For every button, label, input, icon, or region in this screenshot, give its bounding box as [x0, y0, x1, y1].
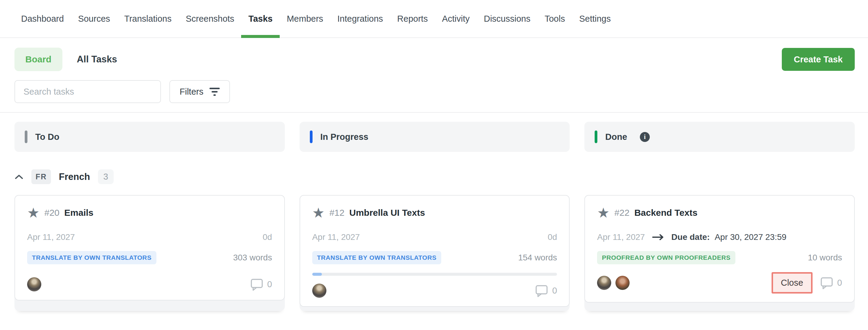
- language-group-name: French: [59, 172, 90, 182]
- start-date: Apr 11, 2027: [27, 232, 75, 242]
- assignee-avatars: [27, 277, 41, 292]
- badge-row: TRANSLATE BY OWN TRANSLATORS 303 words: [27, 251, 272, 264]
- nav-item-dashboard[interactable]: Dashboard: [21, 0, 64, 37]
- favorite-star-icon[interactable]: ★: [27, 206, 39, 220]
- task-id: #12: [330, 208, 344, 218]
- in-progress-status-pill: [310, 130, 313, 143]
- favorite-star-icon[interactable]: ★: [597, 206, 610, 220]
- column-label: Done: [605, 132, 627, 142]
- comments-control[interactable]: 0: [250, 278, 272, 291]
- chevron-up-icon: [14, 174, 24, 180]
- done-status-pill: [595, 130, 597, 143]
- avatar: [312, 283, 327, 298]
- todo-lane: ★ #12 Umbrella UI Texts Apr 11, 2027 0d …: [300, 195, 570, 311]
- badge-row: TRANSLATE BY OWN TRANSLATORS 154 words: [312, 251, 557, 264]
- filter-icon: [210, 88, 220, 96]
- column-label: To Do: [35, 132, 59, 142]
- column-header-todo[interactable]: To Do: [14, 122, 285, 152]
- progress-fill: [312, 273, 322, 276]
- avatar: [597, 276, 611, 290]
- task-type-badge: PROOFREAD BY OWN PROOFREADERS: [597, 251, 735, 264]
- create-task-button[interactable]: Create Task: [782, 48, 855, 71]
- search-input[interactable]: [14, 80, 161, 103]
- filters-button[interactable]: Filters: [169, 80, 230, 103]
- close-task-button[interactable]: Close: [772, 272, 812, 294]
- comments-control[interactable]: 0: [535, 284, 557, 297]
- assignee-avatars: [597, 276, 629, 290]
- card-footer: Close 0: [597, 264, 842, 294]
- card-header: ★ #12 Umbrella UI Texts: [312, 206, 557, 220]
- nav-item-integrations[interactable]: Integrations: [337, 0, 383, 37]
- comment-bubble-icon: [250, 278, 263, 291]
- task-title: Backend Texts: [634, 208, 698, 218]
- card-header: ★ #22 Backend Texts: [597, 206, 842, 220]
- collapse-group-button[interactable]: [14, 174, 24, 180]
- comment-count: 0: [267, 279, 272, 289]
- avatar: [27, 277, 41, 292]
- language-group-row: FR French 3: [0, 152, 868, 184]
- task-card-12[interactable]: ★ #12 Umbrella UI Texts Apr 11, 2027 0d …: [300, 195, 570, 307]
- todo-status-pill: [25, 130, 27, 143]
- task-id: #20: [44, 208, 59, 218]
- task-card-22[interactable]: ★ #22 Backend Texts Apr 11, 2027 Due dat…: [584, 195, 855, 303]
- avatar: [615, 276, 629, 290]
- nav-item-tools[interactable]: Tools: [545, 0, 565, 37]
- toolbar: Board All Tasks Create Task: [0, 38, 868, 71]
- date-row: Apr 11, 2027 Due date: Apr 30, 2027 23:5…: [597, 232, 842, 242]
- duration: 0d: [548, 232, 557, 242]
- todo-lane: ★ #20 Emails Apr 11, 2027 0d TRANSLATE B…: [14, 195, 285, 311]
- todo-lane: ★ #22 Backend Texts Apr 11, 2027 Due dat…: [584, 195, 855, 311]
- comment-count: 0: [837, 278, 842, 288]
- info-icon[interactable]: i: [640, 132, 650, 142]
- comments-control[interactable]: 0: [820, 277, 842, 289]
- filters-button-label: Filters: [180, 87, 204, 97]
- nav-item-screenshots[interactable]: Screenshots: [186, 0, 234, 37]
- date-row: Apr 11, 2027 0d: [27, 232, 272, 242]
- start-date: Apr 11, 2027: [312, 232, 360, 242]
- nav-item-discussions[interactable]: Discussions: [484, 0, 530, 37]
- badge-row: PROOFREAD BY OWN PROOFREADERS 10 words: [597, 251, 842, 264]
- word-count: 154 words: [518, 253, 557, 263]
- nav-item-reports[interactable]: Reports: [397, 0, 428, 37]
- tab-board[interactable]: Board: [14, 48, 62, 71]
- tab-all-tasks[interactable]: All Tasks: [77, 54, 117, 65]
- top-navigation: Dashboard Sources Translations Screensho…: [0, 0, 868, 38]
- word-count: 303 words: [233, 253, 272, 263]
- language-code-badge: FR: [31, 169, 51, 184]
- comment-bubble-icon: [535, 284, 548, 297]
- card-header: ★ #20 Emails: [27, 206, 272, 220]
- nav-item-translations[interactable]: Translations: [124, 0, 172, 37]
- word-count: 10 words: [808, 253, 842, 263]
- arrow-right-icon: [652, 234, 664, 240]
- search-row: Filters: [0, 71, 868, 103]
- nav-item-sources[interactable]: Sources: [78, 0, 110, 37]
- card-footer: 0: [27, 269, 272, 292]
- start-date: Apr 11, 2027: [597, 232, 645, 242]
- column-header-in-progress[interactable]: In Progress: [300, 122, 570, 152]
- favorite-star-icon[interactable]: ★: [312, 206, 324, 220]
- task-count-badge: 3: [98, 169, 114, 184]
- task-title: Umbrella UI Texts: [349, 208, 425, 218]
- column-label: In Progress: [320, 132, 369, 142]
- duration: 0d: [263, 232, 272, 242]
- comment-count: 0: [552, 286, 557, 296]
- task-type-badge: TRANSLATE BY OWN TRANSLATORS: [27, 251, 156, 264]
- nav-item-tasks[interactable]: Tasks: [248, 0, 273, 37]
- task-cards-row: ★ #20 Emails Apr 11, 2027 0d TRANSLATE B…: [0, 195, 868, 311]
- comment-bubble-icon: [820, 277, 833, 289]
- nav-item-members[interactable]: Members: [287, 0, 323, 37]
- due-date-value: Apr 30, 2027 23:59: [715, 232, 786, 242]
- task-type-badge: TRANSLATE BY OWN TRANSLATORS: [312, 251, 441, 264]
- task-title: Emails: [64, 208, 93, 218]
- nav-item-settings[interactable]: Settings: [579, 0, 611, 37]
- assignee-avatars: [312, 283, 327, 298]
- nav-item-activity[interactable]: Activity: [442, 0, 470, 37]
- card-footer: 0: [312, 276, 557, 298]
- date-row: Apr 11, 2027 0d: [312, 232, 557, 242]
- section-divider: [0, 112, 868, 113]
- task-id: #22: [615, 208, 629, 218]
- board-columns: To Do In Progress Done i: [0, 122, 868, 152]
- task-card-20[interactable]: ★ #20 Emails Apr 11, 2027 0d TRANSLATE B…: [14, 195, 285, 300]
- due-date-label: Due date:: [672, 232, 710, 242]
- column-header-done[interactable]: Done i: [584, 122, 855, 152]
